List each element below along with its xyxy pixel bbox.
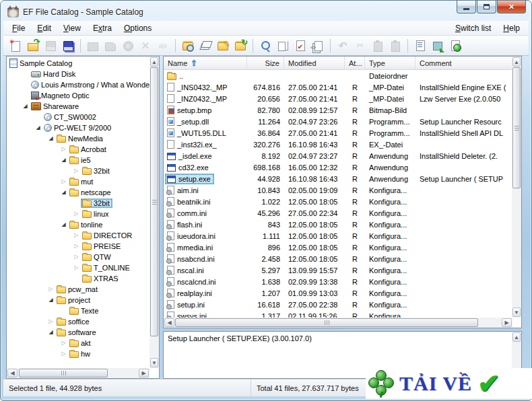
file-row[interactable]: flash.ini84312.05.00 18:05RKonfigura... [164, 219, 512, 230]
column-header-name[interactable]: Name⇧ [164, 57, 247, 69]
file-row[interactable]: nscalcnd.ini1.63802.09.99 13:38RKonfigur… [164, 276, 512, 287]
minimize-button[interactable] [457, 1, 476, 13]
file-row[interactable]: iueudora.ini1.11112.05.00 18:05RKonfigur… [164, 230, 512, 242]
collapse-icon[interactable]: ◢ [46, 295, 55, 305]
expand-icon[interactable]: ▷ [46, 284, 55, 295]
tree-item-akt[interactable]: ▷akt [7, 338, 149, 349]
list-horizontal-scrollbar[interactable]: ◀ ▶ [164, 318, 512, 328]
tree-item-hard-disk[interactable]: Hard Disk [7, 69, 149, 79]
file-row[interactable]: realplay.ini1.20701.09.99 13:03RKonfigur… [164, 287, 512, 299]
menu-switch-list[interactable]: Switch list [449, 22, 497, 34]
tree-item-project[interactable]: ◢project [7, 295, 149, 305]
tree-item-pcw-mat[interactable]: ▷pcw_mat [7, 284, 149, 295]
new-catalog-button[interactable] [7, 38, 24, 54]
file-row[interactable]: setup.bmp82.78002.08.99 12:57RBitmap-Bil… [164, 104, 512, 116]
tree-item-software[interactable]: ◢software [7, 327, 149, 338]
tree-item-pc-welt-9-2000[interactable]: ◢PC-WELT 9/2000 [7, 122, 149, 133]
expand-icon[interactable]: ▷ [59, 349, 68, 359]
add-volume-button[interactable] [85, 38, 101, 54]
tree-hscroll-thumb[interactable] [19, 369, 108, 377]
tree-item-director[interactable]: ▷DIRECTOR [7, 230, 149, 241]
titlebar[interactable]: EF File Catalog - Sample Catalog [7, 3, 430, 21]
save-button[interactable] [42, 38, 59, 54]
close-button[interactable]: ✕ [497, 1, 526, 13]
scroll-right-icon[interactable]: ▶ [502, 318, 512, 327]
file-row[interactable]: setup.exe44.92816.10.98 16:43RAnwendungS… [164, 173, 512, 184]
tree-item-acrobat[interactable]: ▷Acrobat [7, 144, 149, 155]
expand-icon[interactable]: ▷ [72, 252, 81, 262]
maximize-button[interactable] [477, 1, 496, 13]
tree-vertical-scrollbar[interactable]: ▲ ▼ [149, 57, 159, 368]
tree-horizontal-scrollbar[interactable]: ◀ ▶ [7, 368, 149, 378]
expand-icon[interactable]: ▷ [72, 230, 81, 241]
zoom-button[interactable] [257, 38, 273, 54]
tree-item-32bit[interactable]: ▷32bit [7, 166, 149, 176]
file-row[interactable]: ..Dateiordner [164, 70, 512, 81]
file-row[interactable]: _INS0432._MP674.81627.05.00 21:41R_MP-Da… [164, 81, 512, 93]
expand-icon[interactable]: ▷ [59, 338, 68, 349]
tree-item-ct-sw0002[interactable]: CT_SW0002 [7, 112, 149, 122]
column-header-type[interactable]: Type [365, 57, 415, 69]
scroll-right-icon[interactable]: ▶ [139, 369, 149, 377]
file-row[interactable]: cd32.exe698.16816.05.00 12:32RAnwendung [164, 161, 512, 173]
expand-icon[interactable]: ▷ [72, 209, 81, 219]
paste-special-button[interactable] [387, 38, 403, 54]
update-volume-button[interactable] [102, 38, 119, 54]
scroll-up-icon[interactable]: ▲ [512, 57, 521, 67]
collapse-icon[interactable]: ◢ [46, 327, 55, 338]
tree-item-32bit[interactable]: 32bit [7, 198, 149, 209]
expand-icon[interactable]: ▷ [59, 176, 68, 187]
tree-item-preise[interactable]: ▷PREISE [7, 241, 149, 252]
collapse-icon[interactable]: ◢ [46, 133, 55, 144]
tree-item-texte[interactable]: Texte [7, 305, 149, 316]
open-catalog-button[interactable] [25, 38, 41, 54]
file-row[interactable]: swsys.ini1.31702.11.99 15:26RKonfigura..… [164, 310, 512, 318]
save-all-button[interactable] [60, 38, 76, 54]
file-row[interactable]: beatnik.ini1.02212.05.00 18:05RKonfigura… [164, 196, 512, 207]
cut-button[interactable]: ✂ [352, 38, 368, 54]
html-button[interactable] [447, 38, 463, 54]
tree-item-tonline[interactable]: ◢tonline [7, 219, 149, 230]
scroll-left-icon[interactable]: ◀ [164, 318, 174, 327]
filter-button[interactable] [197, 38, 213, 54]
expand-icon[interactable]: ▷ [72, 166, 81, 176]
menu-edit[interactable]: Edit [31, 22, 57, 34]
delete-button[interactable]: ✕ [137, 38, 154, 54]
pages-button[interactable] [275, 38, 291, 54]
expand-icon[interactable]: ▷ [59, 144, 68, 155]
undo-button[interactable]: ↶ [335, 38, 351, 54]
rename-button[interactable]: a|e [155, 38, 171, 54]
menu-extra[interactable]: Extra [87, 22, 118, 34]
report-button[interactable] [412, 38, 428, 54]
tree-item-linux[interactable]: ▷linux [7, 209, 149, 219]
scroll-down-icon[interactable]: ▼ [512, 307, 521, 317]
tree-item-hw[interactable]: ▷hw [7, 349, 149, 359]
tree-item-xtras[interactable]: XTRAS [7, 273, 149, 284]
pages-code-button[interactable] [310, 38, 326, 54]
menu-file[interactable]: File [6, 22, 31, 34]
file-row[interactable]: _WUTL95.DLL36.86427.05.00 21:41RProgramm… [164, 127, 512, 139]
expand-icon[interactable]: ▷ [46, 316, 55, 327]
tree-item-soffice[interactable]: ▷soffice [7, 316, 149, 327]
list-vertical-scrollbar[interactable]: ▲ ▼ [512, 57, 521, 318]
column-header-size[interactable]: Size [247, 57, 284, 69]
column-header-modified[interactable]: Modified [284, 57, 345, 69]
column-header-comment[interactable]: Comment [415, 57, 512, 69]
tree-item-netscape[interactable]: ◢netscape [7, 187, 149, 198]
scroll-left-icon[interactable]: ◀ [7, 369, 18, 377]
tree-item-qtw[interactable]: ▷QTW [7, 252, 149, 262]
file-row[interactable]: _inst32i.ex_320.27616.10.98 16:43REX_-Da… [164, 139, 512, 150]
check-button[interactable] [292, 38, 308, 54]
menu-help[interactable]: Help [497, 22, 526, 34]
edit-comment-button[interactable] [215, 38, 231, 54]
menu-view[interactable]: View [57, 22, 87, 34]
list-vscroll-thumb[interactable] [512, 67, 521, 188]
tree-item-louis-armstrong-what-a-wonde[interactable]: Louis Armstrong / What a Wonde [7, 79, 149, 90]
file-row[interactable]: mmedia.ini89612.05.00 18:05RKonfigura... [164, 242, 512, 253]
export-button[interactable] [430, 38, 446, 54]
file-row[interactable]: nsabcnd.ini2.45812.05.00 18:05RKonfigura… [164, 253, 512, 264]
file-row[interactable]: _setup.dll11.26402.04.97 23:26RProgramm.… [164, 116, 512, 127]
tree-item-magneto-optic[interactable]: Magneto Optic [7, 90, 149, 101]
file-row[interactable]: nscal.ini5.29713.09.99 15:57RKonfigura..… [164, 264, 512, 276]
file-row[interactable]: setup.ini16.61827.05.00 22:38RKonfigura.… [164, 299, 512, 310]
